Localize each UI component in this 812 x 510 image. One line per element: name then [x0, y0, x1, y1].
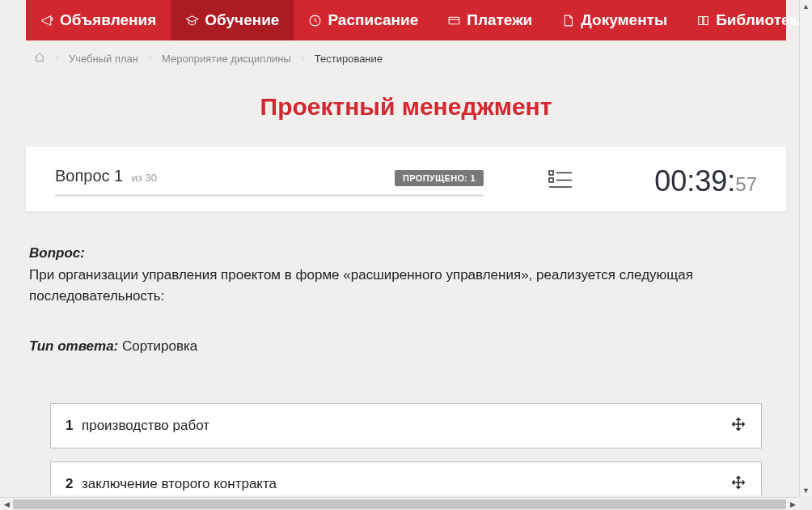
- card-icon: [447, 14, 461, 28]
- timer-seconds: 57: [735, 173, 757, 196]
- answer-text: заключение второго контракта: [82, 476, 730, 492]
- nav-label: Платежи: [467, 11, 532, 29]
- scrollbar-corner: [799, 497, 812, 510]
- chevron-right-icon: [53, 53, 61, 65]
- progress-bar: [55, 194, 484, 197]
- answer-type-label: Тип ответа:: [29, 338, 118, 354]
- nav-label: Расписание: [328, 11, 418, 29]
- breadcrumb-link[interactable]: Учебный план: [69, 53, 138, 65]
- question-number: Вопрос 1: [55, 167, 123, 185]
- move-icon[interactable]: [730, 416, 746, 436]
- answer-type-value: Сортировка: [122, 338, 197, 354]
- answer-item[interactable]: 1 производство работ: [50, 403, 762, 448]
- question-body: Вопрос: При организации управления проек…: [26, 245, 786, 355]
- svg-rect-2: [549, 171, 553, 175]
- scroll-left-icon[interactable]: ◀: [0, 498, 13, 510]
- svg-rect-1: [449, 17, 459, 24]
- home-icon[interactable]: [34, 52, 45, 66]
- horizontal-scrollbar[interactable]: ◀ ▶: [0, 497, 799, 510]
- svg-rect-4: [549, 178, 553, 182]
- scroll-right-icon[interactable]: ▶: [786, 498, 799, 510]
- answer-number: 1: [66, 418, 82, 434]
- nav-label: Обучение: [205, 11, 279, 29]
- breadcrumb: Учебный план Мероприятие дисциплины Тест…: [10, 40, 802, 77]
- nav-schedule[interactable]: Расписание: [294, 0, 433, 40]
- scrollbar-thumb[interactable]: [13, 499, 786, 509]
- question-total: из 30: [132, 172, 157, 184]
- clock-icon: [308, 14, 322, 28]
- question-text: При организации управления проектом в фо…: [29, 265, 783, 308]
- question-list-button[interactable]: [548, 169, 573, 193]
- scroll-down-icon[interactable]: ▼: [800, 484, 812, 497]
- status-panel: Вопрос 1 из 30 ПРОПУЩЕНО: 1 00:39: 57: [26, 147, 786, 211]
- nav-documents[interactable]: Документы: [547, 0, 682, 40]
- nav-announcements[interactable]: Объявления: [26, 0, 171, 40]
- timer-minutes: 00:39:: [654, 164, 735, 198]
- skipped-badge: ПРОПУЩЕНО: 1: [395, 170, 484, 186]
- graduation-cap-icon: [185, 14, 199, 28]
- timer: 00:39: 57: [654, 164, 757, 198]
- move-icon[interactable]: [730, 474, 746, 494]
- megaphone-icon: [40, 14, 54, 28]
- book-icon: [696, 14, 710, 28]
- nav-label: Библиотека: [716, 11, 802, 29]
- chevron-right-icon: [146, 53, 154, 65]
- nav-education[interactable]: Обучение: [171, 0, 294, 40]
- document-icon: [561, 14, 575, 28]
- answer-text: производство работ: [82, 418, 730, 434]
- answer-list: 1 производство работ 2 заключение второг…: [50, 403, 762, 495]
- question-label: Вопрос:: [29, 245, 85, 261]
- vertical-scrollbar[interactable]: ▲ ▼: [799, 0, 812, 497]
- breadcrumb-current: Тестирование: [315, 53, 383, 65]
- question-progress: Вопрос 1 из 30 ПРОПУЩЕНО: 1: [55, 167, 484, 197]
- nav-label: Объявления: [60, 11, 156, 29]
- scroll-up-icon[interactable]: ▲: [800, 0, 812, 13]
- chevron-right-icon: [299, 53, 307, 65]
- breadcrumb-link[interactable]: Мероприятие дисциплины: [162, 53, 291, 65]
- page-title: Проектный менеджмент: [10, 93, 802, 121]
- main-nav: Объявления Обучение Расписание Платежи Д…: [26, 0, 786, 40]
- answer-number: 2: [66, 476, 82, 492]
- nav-label: Документы: [581, 11, 667, 29]
- nav-library[interactable]: Библиотека: [682, 0, 802, 40]
- answer-item[interactable]: 2 заключение второго контракта: [50, 461, 762, 495]
- nav-payments[interactable]: Платежи: [433, 0, 547, 40]
